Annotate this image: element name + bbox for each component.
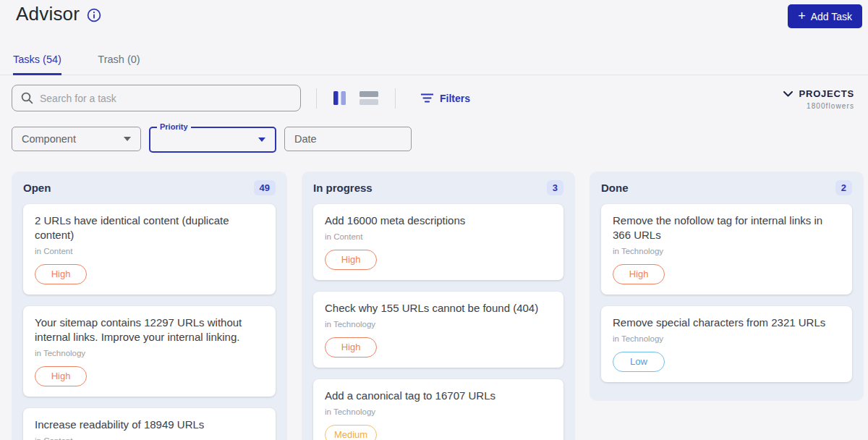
task-category: in Content [325, 232, 552, 242]
search-box[interactable] [12, 85, 301, 111]
add-task-button[interactable]: + Add Task [788, 4, 862, 28]
divider [395, 88, 396, 109]
column-title: In progress [313, 182, 373, 194]
kanban-view-icon[interactable] [332, 90, 347, 106]
board-column: Open 49 2 URLs have identical content (d… [12, 172, 287, 440]
task-title: 2 URLs have identical content (duplicate… [35, 213, 264, 242]
column-title: Open [23, 182, 51, 194]
task-title: Your sitemap contains 12297 URLs without… [35, 316, 264, 344]
column-count-badge: 49 [254, 180, 276, 195]
task-category: in Technology [613, 246, 841, 256]
task-card[interactable]: Add a canonical tag to 16707 URLs in Tec… [313, 379, 563, 440]
board-column: In progress 3 Add 16000 meta description… [302, 172, 575, 440]
date-filter-label: Date [294, 133, 317, 145]
list-view-icon[interactable] [358, 90, 380, 106]
filters-button[interactable]: Filters [421, 93, 470, 104]
task-category: in Technology [325, 407, 552, 417]
chevron-down-icon [124, 137, 131, 141]
page-title: Advisor [16, 3, 80, 25]
projects-selector[interactable]: PROJECTS 1800flowers [783, 88, 854, 110]
task-card[interactable]: Check why 155 URLs cannot be found (404)… [313, 292, 563, 368]
app-header: Advisor + Add Task [0, 0, 868, 32]
tab-tasks[interactable]: Tasks (54) [13, 49, 61, 75]
component-filter-select[interactable]: Component [12, 127, 141, 151]
task-card[interactable]: Remove special characters from 2321 URLs… [601, 306, 852, 382]
date-filter-input[interactable]: Date [284, 127, 412, 151]
column-header: Done 2 [590, 172, 864, 203]
priority-filter-label: Priority [157, 122, 191, 131]
search-input[interactable] [40, 93, 292, 104]
task-title: Remove the nofollow tag for internal lin… [613, 213, 841, 242]
task-category: in Technology [613, 334, 841, 344]
task-title: Add 16000 meta descriptions [325, 213, 552, 228]
filter-icon [421, 93, 433, 103]
current-project-name: 1800flowers [783, 102, 854, 110]
chevron-down-icon [258, 138, 265, 142]
filter-row: Component Priority Date [0, 127, 868, 153]
priority-filter-select[interactable]: Priority [149, 127, 276, 153]
task-priority-badge: High [325, 337, 377, 358]
tab-bar: Tasks (54) Trash (0) [0, 49, 868, 75]
toolbar: Filters PROJECTS 1800flowers [0, 85, 868, 111]
task-priority-badge: High [325, 250, 377, 270]
search-icon [21, 92, 33, 104]
filters-label: Filters [440, 93, 470, 104]
task-priority-badge: Low [613, 352, 665, 372]
plus-icon: + [798, 9, 806, 22]
task-card[interactable]: 2 URLs have identical content (duplicate… [23, 204, 276, 295]
column-cards: Add 16000 meta descriptions in Content H… [302, 203, 575, 440]
task-category: in Content [35, 246, 264, 256]
task-card[interactable]: Increase readability of 18949 URLs in Co… [23, 408, 276, 440]
task-category: in Technology [325, 319, 552, 329]
column-count-badge: 3 [547, 180, 563, 195]
column-header: In progress 3 [302, 172, 575, 203]
task-category: in Technology [35, 348, 264, 358]
column-cards: Remove the nofollow tag for internal lin… [590, 203, 864, 382]
info-icon[interactable] [87, 8, 101, 22]
task-priority-badge: Medium [325, 425, 377, 440]
task-title: Increase readability of 18949 URLs [35, 418, 264, 432]
task-priority-badge: High [35, 264, 87, 284]
task-category: in Content [35, 436, 264, 440]
divider [316, 88, 317, 109]
add-task-label: Add Task [811, 11, 852, 22]
task-title: Add a canonical tag to 16707 URLs [325, 389, 552, 403]
task-priority-badge: High [613, 264, 665, 284]
column-header: Open 49 [12, 172, 287, 203]
task-card[interactable]: Remove the nofollow tag for internal lin… [601, 204, 852, 295]
component-filter-label: Component [22, 133, 76, 145]
task-card[interactable]: Add 16000 meta descriptions in Content H… [313, 204, 563, 280]
board-column: Done 2 Remove the nofollow tag for inter… [590, 172, 864, 401]
kanban-board: Open 49 2 URLs have identical content (d… [0, 172, 868, 440]
projects-label: PROJECTS [799, 88, 854, 99]
column-count-badge: 2 [835, 180, 852, 195]
column-title: Done [601, 182, 629, 194]
task-title: Check why 155 URLs cannot be found (404) [325, 301, 552, 316]
task-title: Remove special characters from 2321 URLs [613, 316, 841, 330]
tab-trash[interactable]: Trash (0) [98, 49, 140, 73]
chevron-down-icon [783, 91, 793, 97]
task-priority-badge: High [35, 366, 87, 386]
task-card[interactable]: Your sitemap contains 12297 URLs without… [23, 306, 276, 397]
column-cards: 2 URLs have identical content (duplicate… [12, 203, 287, 440]
